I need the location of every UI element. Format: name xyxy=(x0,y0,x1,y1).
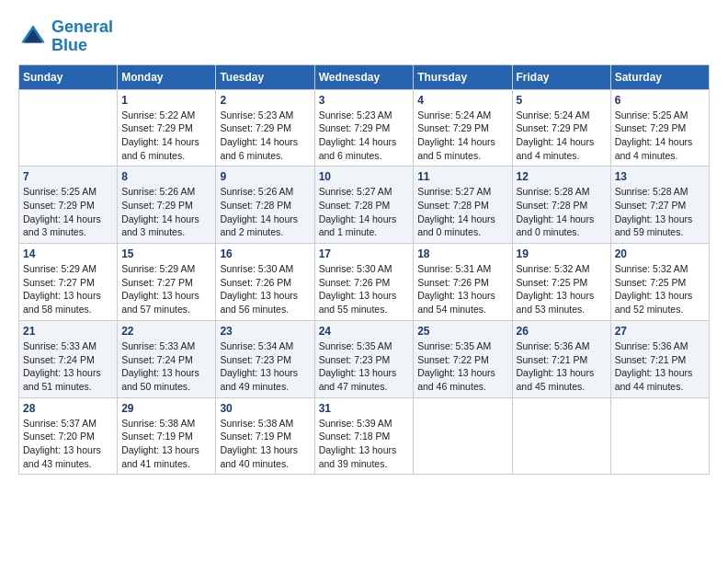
day-info: Sunrise: 5:39 AM Sunset: 7:18 PM Dayligh… xyxy=(319,417,410,471)
day-info: Sunrise: 5:32 AM Sunset: 7:25 PM Dayligh… xyxy=(615,262,705,316)
weekday-header: Sunday xyxy=(19,64,118,89)
day-info: Sunrise: 5:25 AM Sunset: 7:29 PM Dayligh… xyxy=(615,109,705,163)
calendar-header: SundayMondayTuesdayWednesdayThursdayFrid… xyxy=(19,64,710,89)
day-number: 25 xyxy=(417,325,507,338)
day-info: Sunrise: 5:30 AM Sunset: 7:26 PM Dayligh… xyxy=(319,262,410,316)
day-info: Sunrise: 5:31 AM Sunset: 7:26 PM Dayligh… xyxy=(417,262,507,316)
day-number: 4 xyxy=(417,94,507,107)
weekday-header: Saturday xyxy=(610,64,709,89)
day-number: 18 xyxy=(417,247,507,260)
calendar-cell: 13Sunrise: 5:28 AM Sunset: 7:27 PM Dayli… xyxy=(610,167,709,244)
weekday-header: Thursday xyxy=(414,64,512,89)
day-info: Sunrise: 5:38 AM Sunset: 7:19 PM Dayligh… xyxy=(121,417,211,471)
day-info: Sunrise: 5:27 AM Sunset: 7:28 PM Dayligh… xyxy=(417,185,507,239)
day-info: Sunrise: 5:38 AM Sunset: 7:19 PM Dayligh… xyxy=(220,417,310,471)
day-number: 1 xyxy=(121,94,211,107)
calendar-cell: 27Sunrise: 5:36 AM Sunset: 7:21 PM Dayli… xyxy=(610,320,709,397)
day-info: Sunrise: 5:30 AM Sunset: 7:26 PM Dayligh… xyxy=(220,262,310,316)
calendar-cell: 14Sunrise: 5:29 AM Sunset: 7:27 PM Dayli… xyxy=(19,244,118,321)
calendar-cell: 15Sunrise: 5:29 AM Sunset: 7:27 PM Dayli… xyxy=(118,244,216,321)
day-number: 15 xyxy=(121,247,211,260)
day-info: Sunrise: 5:32 AM Sunset: 7:25 PM Dayligh… xyxy=(517,262,607,316)
calendar-cell: 25Sunrise: 5:35 AM Sunset: 7:22 PM Dayli… xyxy=(414,320,512,397)
day-info: Sunrise: 5:26 AM Sunset: 7:28 PM Dayligh… xyxy=(220,185,310,239)
day-number: 22 xyxy=(121,325,211,338)
calendar-cell: 30Sunrise: 5:38 AM Sunset: 7:19 PM Dayli… xyxy=(216,397,314,475)
calendar-table: SundayMondayTuesdayWednesdayThursdayFrid… xyxy=(18,64,710,476)
weekday-header: Friday xyxy=(512,64,610,89)
day-number: 28 xyxy=(23,402,113,415)
day-number: 24 xyxy=(319,325,410,338)
calendar-cell: 17Sunrise: 5:30 AM Sunset: 7:26 PM Dayli… xyxy=(314,244,414,321)
day-info: Sunrise: 5:29 AM Sunset: 7:27 PM Dayligh… xyxy=(23,262,113,316)
day-info: Sunrise: 5:25 AM Sunset: 7:29 PM Dayligh… xyxy=(23,185,113,239)
day-info: Sunrise: 5:22 AM Sunset: 7:29 PM Dayligh… xyxy=(121,109,211,163)
weekday-header: Monday xyxy=(118,64,216,89)
day-info: Sunrise: 5:28 AM Sunset: 7:28 PM Dayligh… xyxy=(517,185,607,239)
day-info: Sunrise: 5:33 AM Sunset: 7:24 PM Dayligh… xyxy=(23,339,113,394)
day-number: 6 xyxy=(615,94,705,107)
day-info: Sunrise: 5:26 AM Sunset: 7:29 PM Dayligh… xyxy=(121,185,211,239)
day-number: 21 xyxy=(23,325,113,338)
calendar-cell: 18Sunrise: 5:31 AM Sunset: 7:26 PM Dayli… xyxy=(414,244,512,321)
page-header: General Blue xyxy=(18,18,710,55)
day-number: 26 xyxy=(517,325,607,338)
calendar-cell: 11Sunrise: 5:27 AM Sunset: 7:28 PM Dayli… xyxy=(414,167,512,244)
day-info: Sunrise: 5:28 AM Sunset: 7:27 PM Dayligh… xyxy=(615,185,705,239)
calendar-cell xyxy=(610,397,709,475)
calendar-cell: 29Sunrise: 5:38 AM Sunset: 7:19 PM Dayli… xyxy=(118,397,216,475)
calendar-cell: 24Sunrise: 5:35 AM Sunset: 7:23 PM Dayli… xyxy=(314,320,414,397)
day-number: 10 xyxy=(319,170,410,183)
calendar-cell: 7Sunrise: 5:25 AM Sunset: 7:29 PM Daylig… xyxy=(19,167,118,244)
calendar-cell: 16Sunrise: 5:30 AM Sunset: 7:26 PM Dayli… xyxy=(216,244,314,321)
calendar-cell: 20Sunrise: 5:32 AM Sunset: 7:25 PM Dayli… xyxy=(610,244,709,321)
calendar-cell: 23Sunrise: 5:34 AM Sunset: 7:23 PM Dayli… xyxy=(216,320,314,397)
day-number: 13 xyxy=(615,170,705,183)
calendar-cell: 21Sunrise: 5:33 AM Sunset: 7:24 PM Dayli… xyxy=(19,320,118,397)
weekday-header: Tuesday xyxy=(216,64,314,89)
day-number: 11 xyxy=(417,170,507,183)
day-number: 27 xyxy=(615,325,705,338)
day-number: 31 xyxy=(319,402,410,415)
calendar-cell: 10Sunrise: 5:27 AM Sunset: 7:28 PM Dayli… xyxy=(314,167,414,244)
day-number: 16 xyxy=(220,247,310,260)
day-info: Sunrise: 5:36 AM Sunset: 7:21 PM Dayligh… xyxy=(517,339,607,394)
calendar-cell: 9Sunrise: 5:26 AM Sunset: 7:28 PM Daylig… xyxy=(216,167,314,244)
day-number: 20 xyxy=(615,247,705,260)
calendar-cell: 22Sunrise: 5:33 AM Sunset: 7:24 PM Dayli… xyxy=(118,320,216,397)
day-number: 30 xyxy=(220,402,310,415)
logo-text: General Blue xyxy=(51,18,113,55)
day-info: Sunrise: 5:34 AM Sunset: 7:23 PM Dayligh… xyxy=(220,339,310,394)
day-number: 3 xyxy=(319,94,410,107)
day-info: Sunrise: 5:24 AM Sunset: 7:29 PM Dayligh… xyxy=(417,109,507,163)
day-info: Sunrise: 5:23 AM Sunset: 7:29 PM Dayligh… xyxy=(220,109,310,163)
day-number: 29 xyxy=(121,402,211,415)
day-number: 19 xyxy=(517,247,607,260)
day-number: 5 xyxy=(517,94,607,107)
day-info: Sunrise: 5:36 AM Sunset: 7:21 PM Dayligh… xyxy=(615,339,705,394)
logo-icon xyxy=(18,22,48,52)
day-info: Sunrise: 5:35 AM Sunset: 7:23 PM Dayligh… xyxy=(319,339,410,394)
day-info: Sunrise: 5:23 AM Sunset: 7:29 PM Dayligh… xyxy=(319,109,410,163)
day-info: Sunrise: 5:33 AM Sunset: 7:24 PM Dayligh… xyxy=(121,339,211,394)
day-number: 12 xyxy=(517,170,607,183)
day-number: 8 xyxy=(121,170,211,183)
logo: General Blue xyxy=(18,18,113,55)
calendar-cell: 8Sunrise: 5:26 AM Sunset: 7:29 PM Daylig… xyxy=(118,167,216,244)
calendar-cell: 31Sunrise: 5:39 AM Sunset: 7:18 PM Dayli… xyxy=(314,397,414,475)
day-info: Sunrise: 5:29 AM Sunset: 7:27 PM Dayligh… xyxy=(121,262,211,316)
day-number: 7 xyxy=(23,170,113,183)
day-info: Sunrise: 5:37 AM Sunset: 7:20 PM Dayligh… xyxy=(23,417,113,471)
day-info: Sunrise: 5:27 AM Sunset: 7:28 PM Dayligh… xyxy=(319,185,410,239)
calendar-cell: 26Sunrise: 5:36 AM Sunset: 7:21 PM Dayli… xyxy=(512,320,610,397)
calendar-cell: 5Sunrise: 5:24 AM Sunset: 7:29 PM Daylig… xyxy=(512,89,610,167)
day-number: 14 xyxy=(23,247,113,260)
day-info: Sunrise: 5:35 AM Sunset: 7:22 PM Dayligh… xyxy=(417,339,507,394)
calendar-cell: 2Sunrise: 5:23 AM Sunset: 7:29 PM Daylig… xyxy=(216,89,314,167)
calendar-cell: 28Sunrise: 5:37 AM Sunset: 7:20 PM Dayli… xyxy=(19,397,118,475)
day-number: 17 xyxy=(319,247,410,260)
weekday-header: Wednesday xyxy=(314,64,414,89)
calendar-cell: 12Sunrise: 5:28 AM Sunset: 7:28 PM Dayli… xyxy=(512,167,610,244)
day-number: 9 xyxy=(220,170,310,183)
calendar-cell: 1Sunrise: 5:22 AM Sunset: 7:29 PM Daylig… xyxy=(118,89,216,167)
